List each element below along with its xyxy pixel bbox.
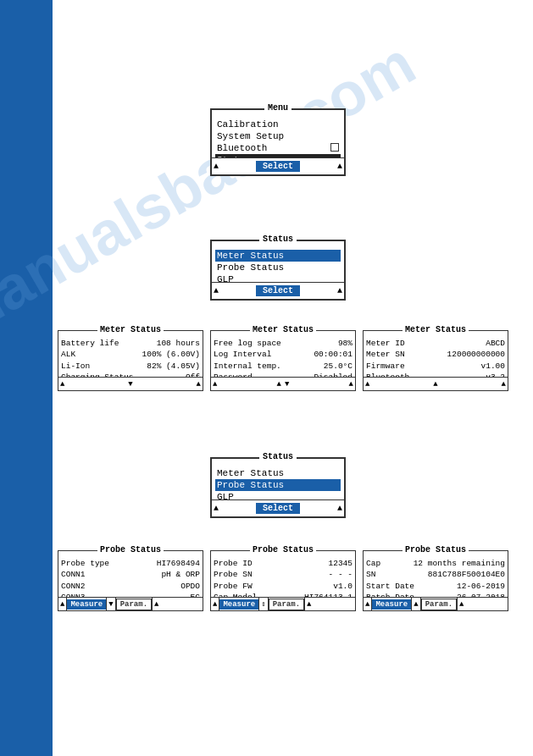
ms3-row-1: Meter SN 120000000000	[366, 349, 505, 360]
menu-panel-title: Menu	[264, 103, 291, 113]
ps2-arrow-left: ▲	[211, 600, 219, 609]
ms1-row-0: Battery life 108 hours	[61, 338, 200, 349]
status1-select-button[interactable]: Select	[256, 285, 300, 296]
ms3-footer: ▲ ▲ ▲	[364, 377, 508, 390]
ms3-row-2: Firmware v1.00	[366, 361, 505, 372]
ps3-scroll-up: ▲	[412, 600, 419, 609]
ms3-scroll-up: ▲	[433, 380, 437, 389]
ms1-footer: ▲ ▼ ▲	[58, 377, 203, 390]
ms2-arrow-right: ▲	[347, 380, 355, 389]
ps3-param-button[interactable]: Param.	[421, 599, 457, 610]
probe-status-3-title: Probe Status	[403, 545, 469, 555]
ms2-footer: ▲ ▲ ▼ ▲	[211, 377, 355, 390]
ms2-row-1: Log Interval 00:00:01	[214, 349, 353, 360]
meter-status-1-title: Meter Status	[97, 325, 164, 334]
probe-status-2-title: Probe Status	[250, 545, 316, 555]
status2-select-button[interactable]: Select	[256, 503, 300, 514]
ps3-arrow-left: ▲	[364, 600, 371, 609]
ps1-footer: ▲ Measure ▼ Param. ▲	[58, 597, 203, 610]
ms3-arrow-right: ▲	[500, 380, 508, 389]
ps3-row-0: Cap 12 months remaining	[366, 558, 505, 569]
meter-status-panel-1: Meter Status Battery life 108 hours ALK …	[58, 330, 203, 391]
menu-item-calibration[interactable]: Calibration	[215, 119, 341, 130]
ms2-row-0: Free log space 98%	[214, 338, 353, 349]
ps2-row-1: Probe SN - - -	[214, 569, 353, 580]
ps2-row-2: Probe FW v1.0	[214, 581, 353, 592]
menu-footer: ▲ Select ▲	[212, 157, 344, 174]
ms1-arrow-right: ▲	[195, 380, 203, 389]
status-panel-1-title: Status	[259, 235, 297, 244]
sidebar	[0, 0, 53, 756]
ps1-param-button[interactable]: Param.	[116, 599, 152, 610]
ms2-scroll-down: ▼	[285, 380, 289, 389]
status1-arrow-right: ▲	[336, 286, 344, 295]
menu-item-bluetooth[interactable]: Bluetooth	[215, 142, 341, 154]
ps2-footer: ▲ Measure ⇕ Param. ▲	[211, 597, 355, 610]
status2-probe-status[interactable]: Probe Status	[215, 479, 341, 491]
meter-status-2-title: Meter Status	[250, 325, 316, 334]
footer-arrow-right: ▲	[336, 162, 344, 171]
status1-probe-status[interactable]: Probe Status	[215, 262, 341, 273]
ps2-measure-button[interactable]: Measure	[219, 599, 258, 610]
menu-item-system-setup[interactable]: System Setup	[215, 130, 341, 142]
ps1-row-1: CONN1 pH & ORP	[61, 569, 200, 580]
menu-panel: Menu Calibration System Setup Bluetooth …	[210, 108, 346, 176]
ps1-row-0: Probe type HI7698494	[61, 558, 200, 569]
status2-meter-status[interactable]: Meter Status	[215, 467, 341, 479]
ps3-arrow-right: ▲	[458, 600, 465, 609]
ps2-param-button[interactable]: Param.	[269, 599, 304, 610]
meter-status-3-title: Meter Status	[403, 325, 469, 334]
meter-status-panel-2: Meter Status Free log space 98% Log Inte…	[210, 330, 356, 391]
ms3-row-0: Meter ID ABCD	[366, 338, 505, 349]
ms1-scroll-down: ▼	[128, 380, 132, 389]
ps1-scroll-down: ▼	[107, 600, 114, 609]
ps3-measure-button[interactable]: Measure	[372, 599, 411, 610]
status2-arrow-left: ▲	[212, 504, 220, 513]
probe-status-panel-3: Probe Status Cap 12 months remaining SN …	[363, 550, 508, 611]
bluetooth-checkbox[interactable]	[330, 143, 339, 152]
footer-arrow-left: ▲	[212, 162, 220, 171]
probe-status-panel-1: Probe Status Probe type HI7698494 CONN1 …	[58, 550, 203, 611]
probe-status-1-title: Probe Status	[97, 545, 164, 555]
ms1-row-2: Li-Ion 82% (4.05V)	[61, 361, 200, 372]
status1-arrow-left: ▲	[212, 286, 220, 295]
ps2-arrow-right: ▲	[305, 600, 313, 609]
ps1-arrow-left: ▲	[58, 600, 66, 609]
ps1-measure-button[interactable]: Measure	[67, 599, 106, 610]
status-panel-1: Status Meter Status Probe Status GLP ▲ S…	[210, 240, 346, 301]
meter-status-panel-3: Meter Status Meter ID ABCD Meter SN 1200…	[363, 330, 508, 391]
ms2-arrow-left: ▲	[211, 380, 219, 389]
ps2-scroll-indicator: ⇕	[259, 599, 267, 609]
ms2-scroll-up: ▲	[277, 380, 281, 389]
ms2-row-2: Internal temp. 25.0°C	[214, 361, 353, 372]
status-panel-2-title: Status	[259, 452, 297, 461]
ps3-row-2: Start Date 12-06-2019	[366, 581, 505, 592]
status2-arrow-right: ▲	[336, 504, 344, 513]
menu-select-button[interactable]: Select	[256, 161, 300, 172]
ps3-footer: ▲ Measure ▲ Param. ▲	[364, 597, 508, 610]
status2-footer: ▲ Select ▲	[212, 499, 344, 516]
status1-meter-status[interactable]: Meter Status	[215, 250, 341, 262]
ps1-arrow-right: ▲	[153, 600, 160, 609]
status1-footer: ▲ Select ▲	[212, 282, 344, 299]
ps3-row-1: SN 881C788F500104E0	[366, 569, 505, 580]
ms3-arrow-left: ▲	[364, 380, 371, 389]
ms1-row-1: ALK 100% (6.00V)	[61, 349, 200, 360]
status-panel-2: Status Meter Status Probe Status GLP ▲ S…	[210, 457, 346, 518]
ps2-row-0: Probe ID 12345	[214, 558, 353, 569]
ms1-arrow-left: ▲	[58, 380, 66, 389]
probe-status-panel-2: Probe Status Probe ID 12345 Probe SN - -…	[210, 550, 356, 611]
ps1-row-2: CONN2 OPDO	[61, 581, 200, 592]
